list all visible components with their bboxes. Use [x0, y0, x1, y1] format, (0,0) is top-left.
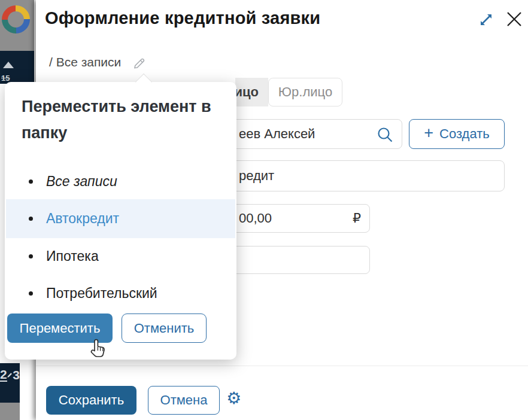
bullet-icon	[29, 291, 33, 296]
sidebar-top-fragment: 15	[0, 51, 34, 84]
popup-title: Переместить элемент в папку	[22, 94, 219, 146]
sidebar-gray-fragment	[0, 403, 20, 420]
footer-divider	[36, 366, 528, 366]
gear-icon[interactable]: ⚙	[226, 390, 241, 407]
ruble-sign: ₽	[353, 211, 361, 226]
pencil-icon	[7, 370, 13, 380]
screen: 15 2 3 Оформление кредитной заявки / Все…	[0, 0, 528, 420]
folder-item-label: Ипотека	[46, 248, 99, 264]
move-to-folder-popup: Переместить элемент в папку Все записи А…	[5, 82, 236, 360]
tab-legal-entity-label: Юр.лицо	[278, 84, 332, 100]
folder-item-label: Потребительский	[46, 285, 157, 302]
plus-icon: +	[424, 125, 433, 141]
tab-individual-label: ицо	[235, 84, 259, 100]
amount-value: 00,00	[239, 211, 272, 226]
hand-cursor-icon	[87, 337, 108, 365]
bullet-icon	[29, 254, 33, 258]
collapse-up-icon[interactable]	[3, 62, 14, 68]
expand-icon[interactable]	[477, 11, 495, 29]
credit-product-value: редит	[239, 168, 274, 184]
bullet-icon	[29, 217, 33, 221]
breadcrumb: / Все записи	[49, 55, 121, 69]
save-button[interactable]: Сохранить	[46, 386, 136, 415]
folder-item-all-records[interactable]: Все записи	[29, 168, 229, 195]
create-button-label: Создать	[439, 126, 490, 142]
sidebar-bottom-right-glyph: 3	[13, 368, 20, 382]
folder-item-label: Все записи	[46, 174, 117, 190]
sidebar-bottom-fragment: 2 3	[0, 363, 20, 403]
sidebar-top-badge: 15	[1, 74, 10, 83]
close-icon[interactable]	[505, 10, 524, 29]
folder-item-mortgage[interactable]: Ипотека	[29, 242, 229, 270]
bullet-icon	[29, 179, 33, 184]
modal-title: Оформление кредитной заявки	[45, 8, 320, 28]
folder-item-label: Автокредит	[46, 211, 119, 227]
app-logo-icon	[2, 5, 30, 34]
cancel-button[interactable]: Отмена	[148, 386, 220, 415]
edit-folder-pencil-icon[interactable]	[132, 56, 147, 70]
contact-search-value: еев Алексей	[239, 126, 315, 142]
tab-legal-entity[interactable]: Юр.лицо	[268, 78, 342, 106]
folder-item-consumer[interactable]: Потребительский	[29, 279, 229, 307]
create-button[interactable]: + Создать	[409, 119, 505, 149]
search-icon[interactable]	[377, 126, 393, 143]
app-logo-block	[0, 0, 34, 51]
popup-cancel-button[interactable]: Отменить	[122, 314, 207, 343]
tab-individual[interactable]: ицо	[235, 78, 268, 106]
folder-item-auto-credit[interactable]: Автокредит	[6, 199, 235, 238]
